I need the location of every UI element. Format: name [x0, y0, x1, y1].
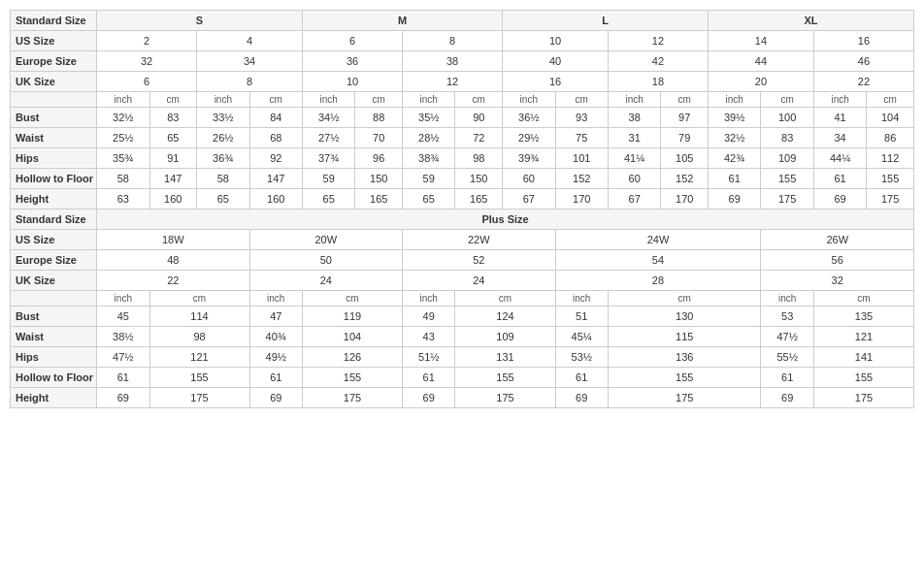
hollow-2-inch: 58	[197, 169, 249, 189]
plus-waist-row: Waist 38½ 98 40¾ 104 43 109 45¼ 115 47½ …	[11, 327, 914, 347]
europe-size-row-2: Europe Size 48 50 52 54 56	[11, 250, 914, 271]
hollow-7-inch: 61	[708, 169, 760, 189]
bust-4-cm: 90	[455, 108, 503, 128]
xl-header: XL	[708, 11, 913, 31]
waist-3-inch: 27½	[302, 128, 354, 148]
hips-7-cm: 109	[761, 148, 813, 169]
plus-waist-2-cm: 104	[302, 327, 402, 347]
p-unit-inch-3: inch	[403, 291, 455, 307]
plus-eu-50: 50	[249, 250, 402, 271]
uk-size-20: 20	[708, 72, 813, 92]
unit-inch-6: inch	[608, 92, 660, 108]
plus-hollow-3-inch: 61	[403, 368, 455, 388]
hips-2-cm: 92	[249, 148, 302, 169]
unit-cm-3: cm	[355, 92, 403, 108]
plus-waist-3-cm: 109	[455, 327, 555, 347]
plus-bust-4-cm: 130	[608, 307, 760, 327]
unit-inch-7: inch	[708, 92, 760, 108]
hips-8-inch: 44¼	[813, 148, 866, 169]
uk-size-row: UK Size 6 8 10 12 16 18 20 22	[11, 72, 914, 92]
plus-hollow-2-inch: 61	[249, 368, 302, 388]
plus-size-header: Plus Size	[97, 210, 914, 230]
plus-hips-5-cm: 141	[813, 347, 913, 368]
plus-hips-1-cm: 121	[149, 347, 249, 368]
unit-cm-1: cm	[149, 92, 197, 108]
plus-bust-5-cm: 135	[813, 307, 913, 327]
eu-size-38: 38	[403, 51, 503, 72]
plus-us-18w: 18W	[97, 230, 249, 250]
plus-hollow-5-cm: 155	[813, 368, 913, 388]
plus-uk-24b: 24	[403, 271, 555, 291]
bust-1-inch: 32½	[97, 108, 149, 128]
p-unit-inch-1: inch	[97, 291, 149, 307]
plus-uk-24a: 24	[249, 271, 402, 291]
plus-hips-3-inch: 51½	[403, 347, 455, 368]
plus-hips-label: Hips	[11, 347, 97, 368]
standard-size-label: Standard Size	[11, 11, 97, 31]
plus-bust-1-cm: 114	[149, 307, 249, 327]
plus-height-5-cm: 175	[813, 388, 913, 408]
size-chart-table: Standard Size S M L XL US Size 2 4 6 8 1…	[10, 10, 914, 408]
bust-7-cm: 100	[761, 108, 813, 128]
unit-inch-5: inch	[503, 92, 555, 108]
plus-hips-row: Hips 47½ 121 49½ 126 51½ 131 53½ 136 55½…	[11, 347, 914, 368]
waist-2-cm: 68	[249, 128, 302, 148]
p-unit-cm-4: cm	[608, 291, 760, 307]
uk-size-row-2: UK Size 22 24 24 28 32	[11, 271, 914, 291]
uk-size-22: 22	[813, 72, 913, 92]
height-8-cm: 175	[867, 189, 914, 210]
plus-waist-4-cm: 115	[608, 327, 760, 347]
height-2-cm: 160	[249, 189, 302, 210]
plus-bust-1-inch: 45	[97, 307, 149, 327]
plus-waist-4-inch: 45¼	[555, 327, 608, 347]
eu-size-40: 40	[503, 51, 609, 72]
uk-size-8: 8	[197, 72, 303, 92]
hips-5-inch: 39¾	[503, 148, 555, 169]
bust-3-inch: 34½	[302, 108, 354, 128]
us-size-row-2: US Size 18W 20W 22W 24W 26W	[11, 230, 914, 250]
bust-5-inch: 36½	[503, 108, 555, 128]
waist-label-1: Waist	[11, 128, 97, 148]
plus-us-24w: 24W	[555, 230, 761, 250]
plus-hollow-4-inch: 61	[555, 368, 608, 388]
europe-size-row: Europe Size 32 34 36 38 40 42 44 46	[11, 51, 914, 72]
p-unit-cm-3: cm	[455, 291, 555, 307]
plus-hollow-5-inch: 61	[761, 368, 813, 388]
plus-uk-28: 28	[555, 271, 761, 291]
plus-eu-48: 48	[97, 250, 249, 271]
plus-hollow-row: Hollow to Floor 61 155 61 155 61 155 61 …	[11, 368, 914, 388]
unit-cm-7: cm	[761, 92, 813, 108]
hollow-6-inch: 60	[608, 169, 660, 189]
us-size-6: 6	[302, 31, 402, 51]
plus-height-label: Height	[11, 388, 97, 408]
waist-2-inch: 26½	[197, 128, 249, 148]
bust-4-inch: 35½	[403, 108, 455, 128]
plus-hips-2-inch: 49½	[249, 347, 302, 368]
plus-height-5-inch: 69	[761, 388, 813, 408]
unit-inch-3: inch	[302, 92, 354, 108]
us-size-label: US Size	[11, 31, 97, 51]
bust-6-cm: 97	[661, 108, 709, 128]
plus-us-26w: 26W	[761, 230, 914, 250]
plus-waist-1-inch: 38½	[97, 327, 149, 347]
plus-hips-3-cm: 131	[455, 347, 555, 368]
plus-height-2-cm: 175	[302, 388, 402, 408]
unit-cm-6: cm	[661, 92, 709, 108]
hips-3-inch: 37¾	[302, 148, 354, 169]
standard-size-label-2: Standard Size	[11, 210, 97, 230]
bust-7-inch: 39½	[708, 108, 760, 128]
hips-3-cm: 96	[355, 148, 403, 169]
waist-5-inch: 29½	[503, 128, 555, 148]
bust-label-1: Bust	[11, 108, 97, 128]
height-4-cm: 165	[455, 189, 503, 210]
hips-4-cm: 98	[455, 148, 503, 169]
europe-size-label: Europe Size	[11, 51, 97, 72]
hollow-label-1: Hollow to Floor	[11, 169, 97, 189]
unit-cm-4: cm	[455, 92, 503, 108]
bust-6-inch: 38	[608, 108, 660, 128]
uk-size-10: 10	[302, 72, 402, 92]
unit-inch-4: inch	[403, 92, 455, 108]
bust-3-cm: 88	[355, 108, 403, 128]
plus-hips-1-inch: 47½	[97, 347, 149, 368]
plus-hips-4-inch: 53½	[555, 347, 608, 368]
